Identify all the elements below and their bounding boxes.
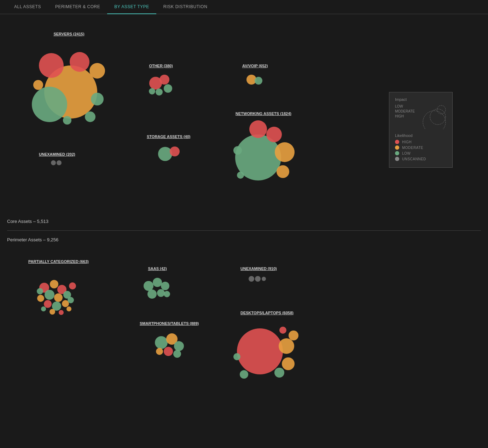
cluster-desktops-label: DESKTOPS/LAPTOPS (6058): [240, 311, 294, 315]
svg-point-67: [164, 347, 173, 356]
svg-point-42: [68, 297, 74, 303]
svg-point-11: [164, 84, 172, 93]
svg-point-68: [173, 350, 181, 358]
svg-point-53: [249, 276, 254, 282]
legend-impact-high: HIGH: [395, 114, 420, 118]
svg-point-24: [170, 147, 180, 156]
svg-point-47: [144, 281, 153, 291]
main-content: SERVERS (2415): [0, 14, 488, 419]
svg-point-61: [240, 370, 248, 379]
svg-point-5: [33, 80, 43, 90]
cluster-unexamined-bottom: UNEXAMINED (910): [240, 266, 277, 284]
cluster-unexamined-top: UNEXAMINED (202): [39, 152, 75, 166]
svg-point-41: [37, 288, 43, 294]
svg-point-4: [89, 63, 105, 79]
nav-tabs: ALL ASSETS PERIMETER & CORE BY ASSET TYP…: [0, 0, 488, 14]
legend-unscanned-dot: [395, 157, 399, 161]
cluster-storage-svg: [156, 142, 181, 163]
svg-point-3: [70, 52, 89, 72]
cluster-servers: SERVERS (2415): [28, 32, 110, 124]
cluster-partially-categorized-svg: [30, 266, 87, 320]
cluster-saas: SAAS (42): [141, 266, 173, 302]
legend-impact-low: LOW: [395, 104, 420, 108]
cluster-saas-svg: [141, 274, 173, 302]
svg-point-60: [274, 368, 284, 378]
svg-point-43: [50, 309, 55, 315]
svg-point-59: [289, 331, 298, 340]
svg-point-18: [266, 127, 282, 142]
cluster-avvoip: AV/VOIP (652): [242, 64, 268, 88]
legend-low-item: LOW: [395, 151, 447, 155]
svg-point-50: [147, 289, 157, 299]
top-section: SERVERS (2415): [7, 21, 481, 205]
cluster-smartphones-svg: [152, 328, 186, 360]
cluster-servers-label: SERVERS (2415): [53, 32, 84, 36]
svg-point-48: [153, 278, 162, 287]
perimeter-assets-stat: Perimeter Assets – 9,256: [7, 234, 481, 245]
legend-moderate-item: MODERATE: [395, 145, 447, 150]
svg-point-13: [149, 88, 155, 94]
svg-point-45: [41, 306, 46, 311]
svg-point-58: [282, 357, 295, 370]
legend-impact-title: Impact: [395, 97, 447, 102]
cluster-other-svg: [145, 71, 177, 99]
cluster-unexamined-bottom-label: UNEXAMINED (910): [240, 266, 277, 271]
cluster-smartphones: SMARTPHONES/TABLETS (889): [140, 321, 199, 360]
legend-box: Impact LOW MODERATE HIGH: [389, 92, 453, 168]
svg-point-54: [255, 276, 261, 282]
legend-moderate-label: MODERATE: [402, 146, 423, 150]
cluster-storage: STORAGE ASSETS (40): [147, 134, 190, 163]
svg-point-6: [91, 93, 104, 105]
cluster-desktops-svg: [233, 318, 301, 378]
cluster-networking-label: NETWORKING ASSETS (1824): [236, 111, 291, 116]
legend-likelihood-title: Likelihood: [395, 133, 447, 138]
svg-point-25: [51, 160, 56, 165]
cluster-unexamined-top-svg: [50, 159, 64, 166]
legend-high-item: HIGH: [395, 140, 447, 144]
svg-point-19: [275, 142, 295, 162]
svg-point-23: [158, 147, 172, 161]
legend-low-label: LOW: [402, 151, 411, 155]
svg-point-21: [233, 146, 242, 155]
cluster-partially-categorized-label: PARTIALLY CATEGORIZED (663): [28, 259, 89, 264]
legend-impact-svg: [422, 104, 447, 129]
svg-point-34: [54, 293, 63, 302]
svg-point-10: [159, 75, 169, 85]
svg-point-57: [279, 338, 294, 354]
tab-by-asset-type[interactable]: BY ASSET TYPE: [107, 0, 156, 14]
cluster-servers-svg: [28, 39, 110, 124]
svg-point-31: [50, 280, 58, 288]
legend-unscanned-item: UNSCANNED: [395, 157, 447, 161]
svg-point-12: [156, 88, 163, 96]
svg-point-46: [66, 306, 71, 311]
svg-point-52: [164, 291, 170, 297]
svg-point-69: [156, 348, 163, 355]
svg-point-26: [57, 160, 62, 165]
svg-point-15: [255, 77, 262, 85]
svg-point-55: [262, 277, 266, 281]
legend-high-dot: [395, 140, 399, 144]
svg-point-22: [237, 172, 244, 179]
cluster-avvoip-label: AV/VOIP (652): [242, 64, 268, 68]
svg-point-66: [174, 341, 184, 351]
stats-section: Core Assets – 5,513 Perimeter Assets – 9…: [7, 212, 481, 249]
section-divider: [7, 230, 481, 231]
svg-point-27: [437, 105, 446, 114]
cluster-networking-svg: [230, 119, 297, 182]
cluster-other: OTHER (380): [145, 64, 177, 99]
svg-point-33: [45, 290, 54, 300]
bottom-section: PARTIALLY CATEGORIZED (663): [7, 249, 481, 412]
svg-point-1: [32, 87, 67, 122]
svg-point-49: [161, 282, 169, 290]
tab-perimeter-core[interactable]: PERIMETER & CORE: [48, 0, 107, 14]
svg-point-20: [277, 165, 289, 178]
tab-all-assets[interactable]: ALL ASSETS: [7, 0, 48, 14]
legend-moderate-dot: [395, 145, 399, 150]
tab-risk-distribution[interactable]: RISK DISTRIBUTION: [156, 0, 215, 14]
svg-point-63: [279, 327, 286, 334]
legend-low-dot: [395, 151, 399, 155]
cluster-unexamined-bottom-svg: [248, 274, 269, 284]
cluster-networking: NETWORKING ASSETS (1824): [230, 111, 297, 182]
svg-point-36: [37, 295, 44, 302]
legend-unscanned-label: UNSCANNED: [402, 157, 426, 161]
